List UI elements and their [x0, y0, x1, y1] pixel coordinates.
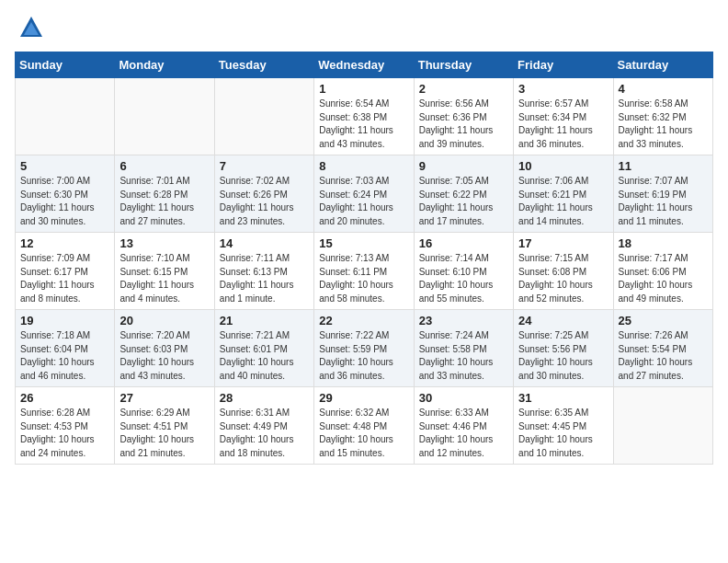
logo [15, 15, 44, 40]
calendar-week-row: 19Sunrise: 7:18 AM Sunset: 6:04 PM Dayli… [16, 310, 713, 387]
day-number: 18 [619, 236, 708, 250]
day-info: Sunrise: 7:25 AM Sunset: 5:56 PM Dayligh… [518, 329, 608, 383]
calendar-week-row: 5Sunrise: 7:00 AM Sunset: 6:30 PM Daylig… [16, 155, 713, 233]
calendar-cell: 6Sunrise: 7:01 AM Sunset: 6:28 PM Daylig… [115, 155, 214, 233]
day-info: Sunrise: 7:05 AM Sunset: 6:22 PM Dayligh… [419, 175, 508, 228]
day-number: 2 [419, 82, 508, 96]
calendar-cell: 29Sunrise: 6:32 AM Sunset: 4:48 PM Dayli… [314, 387, 414, 465]
day-info: Sunrise: 6:57 AM Sunset: 6:34 PM Dayligh… [518, 98, 608, 151]
weekday-header: Monday [115, 52, 214, 78]
calendar-cell: 18Sunrise: 7:17 AM Sunset: 6:06 PM Dayli… [613, 233, 712, 310]
calendar-cell: 21Sunrise: 7:21 AM Sunset: 6:01 PM Dayli… [214, 310, 313, 387]
day-info: Sunrise: 7:18 AM Sunset: 6:04 PM Dayligh… [20, 329, 109, 383]
day-number: 21 [220, 314, 309, 327]
day-info: Sunrise: 7:13 AM Sunset: 6:11 PM Dayligh… [319, 252, 408, 305]
day-info: Sunrise: 7:22 AM Sunset: 5:59 PM Dayligh… [319, 329, 408, 383]
calendar-cell: 2Sunrise: 6:56 AM Sunset: 6:36 PM Daylig… [414, 78, 513, 155]
day-number: 3 [518, 82, 608, 96]
calendar-cell: 7Sunrise: 7:02 AM Sunset: 6:26 PM Daylig… [214, 155, 313, 233]
day-info: Sunrise: 7:21 AM Sunset: 6:01 PM Dayligh… [220, 329, 309, 383]
day-info: Sunrise: 6:58 AM Sunset: 6:32 PM Dayligh… [619, 98, 708, 151]
day-info: Sunrise: 7:02 AM Sunset: 6:26 PM Dayligh… [220, 175, 309, 228]
day-info: Sunrise: 6:32 AM Sunset: 4:48 PM Dayligh… [319, 407, 408, 460]
day-info: Sunrise: 7:01 AM Sunset: 6:28 PM Dayligh… [119, 175, 209, 228]
day-number: 31 [518, 391, 608, 405]
calendar-cell: 26Sunrise: 6:28 AM Sunset: 4:53 PM Dayli… [16, 387, 115, 465]
calendar-cell: 4Sunrise: 6:58 AM Sunset: 6:32 PM Daylig… [613, 78, 712, 155]
calendar-cell: 15Sunrise: 7:13 AM Sunset: 6:11 PM Dayli… [314, 233, 414, 310]
day-info: Sunrise: 6:54 AM Sunset: 6:38 PM Dayligh… [319, 98, 408, 151]
calendar-table: SundayMondayTuesdayWednesdayThursdayFrid… [15, 52, 713, 465]
day-number: 14 [220, 236, 309, 250]
weekday-header: Thursday [414, 52, 513, 78]
calendar-cell: 10Sunrise: 7:06 AM Sunset: 6:21 PM Dayli… [514, 155, 613, 233]
calendar-cell: 9Sunrise: 7:05 AM Sunset: 6:22 PM Daylig… [414, 155, 513, 233]
calendar-cell: 28Sunrise: 6:31 AM Sunset: 4:49 PM Dayli… [214, 387, 313, 465]
day-number: 6 [119, 159, 209, 173]
calendar-cell: 16Sunrise: 7:14 AM Sunset: 6:10 PM Dayli… [414, 233, 513, 310]
calendar-cell: 30Sunrise: 6:33 AM Sunset: 4:46 PM Dayli… [414, 387, 513, 465]
weekday-header: Friday [514, 52, 613, 78]
day-info: Sunrise: 6:28 AM Sunset: 4:53 PM Dayligh… [20, 407, 109, 460]
calendar-cell: 23Sunrise: 7:24 AM Sunset: 5:58 PM Dayli… [414, 310, 513, 387]
day-number: 22 [319, 314, 408, 327]
calendar-cell: 1Sunrise: 6:54 AM Sunset: 6:38 PM Daylig… [314, 78, 414, 155]
logo-icon [18, 15, 44, 40]
day-number: 20 [119, 314, 209, 327]
day-number: 25 [619, 314, 708, 327]
calendar-cell: 12Sunrise: 7:09 AM Sunset: 6:17 PM Dayli… [16, 233, 115, 310]
day-info: Sunrise: 6:33 AM Sunset: 4:46 PM Dayligh… [419, 407, 508, 460]
day-info: Sunrise: 7:07 AM Sunset: 6:19 PM Dayligh… [619, 175, 708, 228]
calendar-cell [214, 78, 313, 155]
day-info: Sunrise: 7:03 AM Sunset: 6:24 PM Dayligh… [319, 175, 408, 228]
calendar-cell [115, 78, 214, 155]
day-number: 29 [319, 391, 408, 405]
day-info: Sunrise: 7:09 AM Sunset: 6:17 PM Dayligh… [20, 252, 109, 305]
calendar-header: SundayMondayTuesdayWednesdayThursdayFrid… [16, 52, 713, 78]
calendar-cell: 5Sunrise: 7:00 AM Sunset: 6:30 PM Daylig… [16, 155, 115, 233]
day-info: Sunrise: 7:15 AM Sunset: 6:08 PM Dayligh… [518, 252, 608, 305]
weekday-header: Tuesday [214, 52, 313, 78]
calendar-cell: 19Sunrise: 7:18 AM Sunset: 6:04 PM Dayli… [16, 310, 115, 387]
calendar-cell: 14Sunrise: 7:11 AM Sunset: 6:13 PM Dayli… [214, 233, 313, 310]
day-number: 10 [518, 159, 608, 173]
day-info: Sunrise: 7:00 AM Sunset: 6:30 PM Dayligh… [20, 175, 109, 228]
calendar-cell: 20Sunrise: 7:20 AM Sunset: 6:03 PM Dayli… [115, 310, 214, 387]
day-number: 7 [220, 159, 309, 173]
day-number: 11 [619, 159, 708, 173]
day-number: 24 [518, 314, 608, 327]
day-number: 4 [619, 82, 708, 96]
day-number: 23 [419, 314, 508, 327]
day-number: 16 [419, 236, 508, 250]
day-number: 13 [119, 236, 209, 250]
calendar-body: 1Sunrise: 6:54 AM Sunset: 6:38 PM Daylig… [16, 78, 713, 465]
day-info: Sunrise: 7:24 AM Sunset: 5:58 PM Dayligh… [419, 329, 508, 383]
calendar-cell: 13Sunrise: 7:10 AM Sunset: 6:15 PM Dayli… [115, 233, 214, 310]
day-info: Sunrise: 7:26 AM Sunset: 5:54 PM Dayligh… [619, 329, 708, 383]
day-number: 9 [419, 159, 508, 173]
day-info: Sunrise: 6:29 AM Sunset: 4:51 PM Dayligh… [119, 407, 209, 460]
day-number: 30 [419, 391, 508, 405]
day-number: 19 [20, 314, 109, 327]
calendar-cell [613, 387, 712, 465]
day-number: 1 [319, 82, 408, 96]
calendar-week-row: 26Sunrise: 6:28 AM Sunset: 4:53 PM Dayli… [16, 387, 713, 465]
weekday-header: Wednesday [314, 52, 414, 78]
day-info: Sunrise: 6:35 AM Sunset: 4:45 PM Dayligh… [518, 407, 608, 460]
day-number: 8 [319, 159, 408, 173]
calendar-cell: 22Sunrise: 7:22 AM Sunset: 5:59 PM Dayli… [314, 310, 414, 387]
day-number: 15 [319, 236, 408, 250]
day-info: Sunrise: 7:20 AM Sunset: 6:03 PM Dayligh… [119, 329, 209, 383]
day-info: Sunrise: 7:17 AM Sunset: 6:06 PM Dayligh… [619, 252, 708, 305]
calendar-cell: 17Sunrise: 7:15 AM Sunset: 6:08 PM Dayli… [514, 233, 613, 310]
calendar-cell: 11Sunrise: 7:07 AM Sunset: 6:19 PM Dayli… [613, 155, 712, 233]
day-info: Sunrise: 7:06 AM Sunset: 6:21 PM Dayligh… [518, 175, 608, 228]
calendar-cell: 8Sunrise: 7:03 AM Sunset: 6:24 PM Daylig… [314, 155, 414, 233]
weekday-header: Sunday [16, 52, 115, 78]
day-number: 5 [20, 159, 109, 173]
calendar-cell: 3Sunrise: 6:57 AM Sunset: 6:34 PM Daylig… [514, 78, 613, 155]
day-info: Sunrise: 6:31 AM Sunset: 4:49 PM Dayligh… [220, 407, 309, 460]
calendar-week-row: 12Sunrise: 7:09 AM Sunset: 6:17 PM Dayli… [16, 233, 713, 310]
day-number: 12 [20, 236, 109, 250]
calendar-cell: 27Sunrise: 6:29 AM Sunset: 4:51 PM Dayli… [115, 387, 214, 465]
